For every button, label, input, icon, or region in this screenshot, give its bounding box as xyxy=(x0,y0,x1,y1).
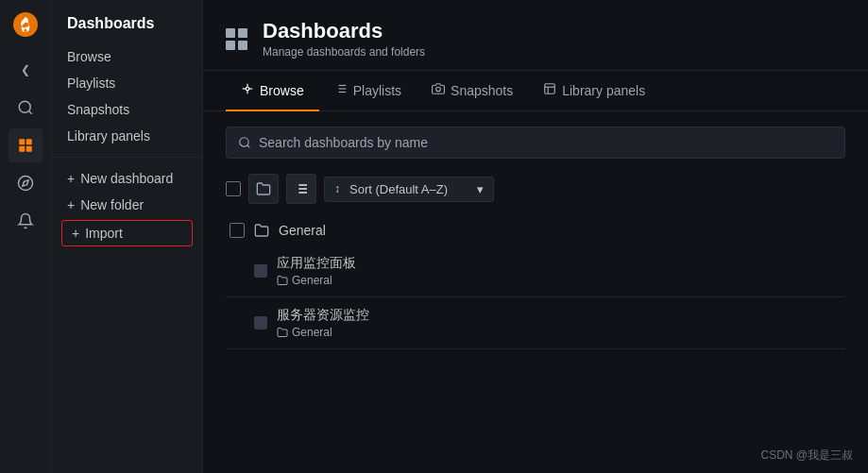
explore-nav-icon[interactable] xyxy=(9,166,43,200)
dashboard-title-1: 服务器资源监控 xyxy=(277,307,842,324)
general-folder-name: General xyxy=(279,223,326,238)
dashboard-folder-1: General xyxy=(292,326,332,339)
search-icon xyxy=(238,136,251,149)
browse-content: ↕ Sort (Default A–Z) ▾ General 应用监控面板 xyxy=(203,111,868,473)
new-folder-label: New folder xyxy=(80,197,144,212)
browse-tab-icon xyxy=(241,82,254,98)
sidebar-item-playlists[interactable]: Playlists xyxy=(52,70,202,96)
folder-icon xyxy=(254,223,269,238)
toolbar-row: ↕ Sort (Default A–Z) ▾ xyxy=(226,174,845,204)
dashboard-checkbox-0[interactable] xyxy=(254,264,267,278)
sort-icon: ↕ xyxy=(334,182,340,195)
import-label: Import xyxy=(85,226,123,241)
sidebar-divider xyxy=(52,157,202,158)
svg-point-9 xyxy=(246,87,249,91)
search-input[interactable] xyxy=(259,135,833,150)
new-dashboard-action[interactable]: + New dashboard xyxy=(52,165,202,192)
tab-browse[interactable]: Browse xyxy=(226,71,319,111)
tab-snapshots-label: Snapshots xyxy=(451,83,513,98)
new-dashboard-label: New dashboard xyxy=(80,171,173,186)
svg-point-20 xyxy=(436,87,441,92)
dashboard-row-0[interactable]: 应用监控面板 General xyxy=(226,245,845,297)
svg-line-25 xyxy=(247,145,250,148)
list-view-button[interactable] xyxy=(286,174,316,204)
svg-rect-3 xyxy=(19,139,25,144)
svg-point-7 xyxy=(19,177,33,191)
dashboard-info-0: 应用监控面板 General xyxy=(277,255,842,287)
svg-rect-4 xyxy=(26,139,32,144)
plus-icon: + xyxy=(67,171,75,186)
snapshots-tab-icon xyxy=(432,82,445,98)
import-action[interactable]: + Import xyxy=(61,220,193,246)
svg-point-1 xyxy=(19,101,30,112)
plus-icon-2: + xyxy=(67,197,75,212)
new-folder-action[interactable]: + New folder xyxy=(52,192,202,218)
dashboard-info-1: 服务器资源监控 General xyxy=(277,307,842,339)
folder-view-button[interactable] xyxy=(248,174,279,204)
dashboard-row-1[interactable]: 服务器资源监控 General xyxy=(226,297,845,349)
alerting-nav-icon[interactable] xyxy=(9,204,43,238)
dashboards-header-icon xyxy=(226,28,247,50)
library-panels-tab-icon xyxy=(543,82,556,98)
sidebar-item-browse[interactable]: Browse xyxy=(52,43,202,70)
plus-icon-3: + xyxy=(72,226,79,241)
svg-rect-21 xyxy=(545,84,555,94)
dashboard-title-0: 应用监控面板 xyxy=(277,255,842,272)
dashboard-meta-1: General xyxy=(277,326,842,339)
svg-marker-8 xyxy=(23,180,28,186)
chevron-down-icon: ▾ xyxy=(477,182,484,196)
tab-library-panels-label: Library panels xyxy=(562,83,645,98)
sort-label: Sort (Default A–Z) xyxy=(346,182,471,196)
search-icon[interactable] xyxy=(9,91,43,125)
main-content: Dashboards Manage dashboards and folders… xyxy=(203,0,868,473)
page-subtitle: Manage dashboards and folders xyxy=(263,45,425,59)
sidebar-item-library-panels[interactable]: Library panels xyxy=(52,123,202,149)
page-header-text: Dashboards Manage dashboards and folders xyxy=(263,19,425,59)
page-title: Dashboards xyxy=(263,19,425,43)
dashboard-folder-0: General xyxy=(292,274,332,287)
tab-library-panels[interactable]: Library panels xyxy=(528,71,660,111)
watermark: CSDN @我是三叔 xyxy=(760,448,853,464)
svg-point-24 xyxy=(240,138,248,146)
folder-icon-sm-0 xyxy=(277,275,288,286)
tab-browse-label: Browse xyxy=(260,83,304,98)
general-folder-row[interactable]: General xyxy=(226,215,845,245)
dashboards-nav-icon[interactable] xyxy=(9,128,43,162)
collapse-icon[interactable]: ❮ xyxy=(9,53,43,87)
dashboard-checkbox-1[interactable] xyxy=(254,316,267,329)
page-header: Dashboards Manage dashboards and folders xyxy=(203,0,868,71)
tab-snapshots[interactable]: Snapshots xyxy=(417,71,528,111)
app-logo xyxy=(9,8,43,42)
sort-dropdown[interactable]: ↕ Sort (Default A–Z) ▾ xyxy=(324,177,494,202)
svg-rect-5 xyxy=(19,146,25,152)
svg-line-2 xyxy=(28,110,31,113)
sidebar-item-snapshots[interactable]: Snapshots xyxy=(52,96,202,123)
playlists-tab-icon xyxy=(334,82,348,98)
sidebar-title: Dashboards xyxy=(52,11,202,43)
svg-point-0 xyxy=(13,12,38,37)
folder-icon-sm-1 xyxy=(277,327,288,338)
general-folder-checkbox[interactable] xyxy=(230,223,245,238)
tab-playlists[interactable]: Playlists xyxy=(319,71,417,111)
select-all-checkbox[interactable] xyxy=(226,181,241,196)
dashboard-meta-0: General xyxy=(277,274,842,287)
search-bar[interactable] xyxy=(226,127,845,159)
icon-strip: ❮ xyxy=(0,0,52,473)
sidebar: Dashboards Browse Playlists Snapshots Li… xyxy=(52,0,203,473)
tab-playlists-label: Playlists xyxy=(353,83,401,98)
tabs-bar: Browse Playlists Snapshots xyxy=(203,71,868,111)
svg-rect-6 xyxy=(26,146,32,152)
